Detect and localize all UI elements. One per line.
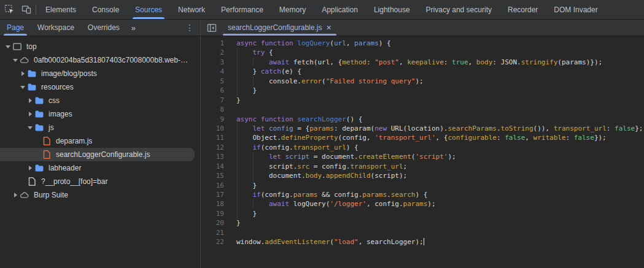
tab-performance[interactable]: Performance (213, 0, 271, 19)
device-toolbar-icon[interactable] (21, 4, 32, 15)
code-text[interactable]: try { (224, 48, 644, 57)
code-line[interactable]: 17 if(config.params && config.params.sea… (201, 190, 644, 199)
code-text[interactable]: let script = document.createElement('scr… (224, 152, 644, 161)
code-line[interactable]: 22window.addEventListener("load", search… (201, 237, 644, 247)
code-line[interactable]: 10 let config = {params: deparam(new URL… (201, 124, 644, 133)
code-line[interactable]: 13 let script = document.createElement('… (201, 152, 644, 161)
line-number[interactable]: 17 (201, 190, 224, 199)
tree-item-deparam-js[interactable]: deparam.js (0, 134, 200, 148)
navigator-tab-page[interactable]: Page (0, 20, 31, 36)
code-line[interactable]: 8 (201, 105, 644, 114)
line-number[interactable]: 16 (201, 181, 224, 190)
expand-arrow-icon[interactable] (14, 193, 17, 197)
line-number[interactable]: 21 (201, 228, 224, 237)
code-line[interactable]: 20} (201, 218, 644, 228)
code-line[interactable]: 5 console.error("Failed storing query"); (201, 77, 644, 86)
code-line[interactable]: 1async function logQuery(url, params) { (201, 39, 644, 48)
tab-sources[interactable]: Sources (127, 0, 170, 19)
line-number[interactable]: 10 (201, 124, 224, 133)
navigator-tab-overrides[interactable]: Overrides (81, 20, 126, 36)
code-text[interactable]: await logQuery('/logger', config.params)… (224, 199, 644, 209)
code-line[interactable]: 16 } (201, 181, 644, 190)
code-line[interactable]: 19 } (201, 209, 644, 218)
tree-item-css[interactable]: css (0, 94, 200, 107)
code-text[interactable]: let config = {params: deparam(new URL(lo… (224, 124, 644, 133)
code-text[interactable]: script.src = config.transport_url; (224, 162, 644, 171)
line-number[interactable]: 13 (201, 152, 224, 161)
tree-item-searchloggerconfigurable-js[interactable]: searchLoggerConfigurable.js (0, 148, 195, 161)
file-tab-searchLoggerConfigurable[interactable]: searchLoggerConfigurable.js × (222, 20, 338, 36)
tab-dom-invader[interactable]: DOM Invader (546, 0, 605, 19)
line-number[interactable]: 20 (201, 218, 224, 228)
collapse-arrow-icon[interactable] (6, 45, 10, 48)
code-line[interactable]: 9async function searchLogger() { (201, 115, 644, 124)
code-text[interactable]: async function searchLogger() { (224, 115, 644, 124)
line-number[interactable]: 22 (201, 237, 224, 247)
tree-item-0afb000204ba5d31807403c7008000b8-web-[interactable]: 0afb000204ba5d31807403c7008000b8.web-… (0, 53, 200, 67)
code-text[interactable]: window.addEventListener("load", searchLo… (224, 237, 644, 247)
tab-elements[interactable]: Elements (37, 0, 84, 19)
tab-lighthouse[interactable]: Lighthouse (366, 0, 418, 19)
line-number[interactable]: 2 (201, 48, 224, 57)
code-line[interactable]: 21 (201, 228, 644, 237)
tab-application[interactable]: Application (314, 0, 366, 19)
line-number[interactable]: 4 (201, 67, 224, 76)
tree-item-labheader[interactable]: labheader (0, 161, 200, 175)
close-tab-icon[interactable]: × (326, 23, 331, 32)
code-line[interactable]: 12 if(config.transport_url) { (201, 143, 644, 152)
code-text[interactable]: } (224, 86, 644, 95)
code-line[interactable]: 11 Object.defineProperty(config, 'transp… (201, 133, 644, 142)
code-line[interactable]: 7} (201, 96, 644, 105)
tab-privacy-and-security[interactable]: Privacy and security (418, 0, 500, 19)
code-line[interactable]: 18 await logQuery('/logger', config.para… (201, 199, 644, 209)
line-number[interactable]: 9 (201, 115, 224, 124)
code-text[interactable]: console.error("Failed storing query"); (224, 77, 644, 86)
tab-recorder[interactable]: Recorder (500, 0, 546, 19)
more-tabs-chevron-icon[interactable]: » (126, 20, 140, 36)
code-text[interactable]: if(config.params && config.params.search… (224, 190, 644, 199)
code-line[interactable]: 2 try { (201, 48, 644, 57)
line-number[interactable]: 7 (201, 96, 224, 105)
code-line[interactable]: 6 } (201, 86, 644, 95)
code-line[interactable]: 4 } catch(e) { (201, 67, 644, 76)
collapse-arrow-icon[interactable] (20, 86, 25, 89)
tab-network[interactable]: Network (170, 0, 213, 19)
code-text[interactable]: } (224, 181, 644, 190)
collapse-arrow-icon[interactable] (28, 126, 33, 129)
toggle-navigator-panel-icon[interactable] (201, 20, 222, 36)
line-number[interactable]: 15 (201, 171, 224, 180)
line-number[interactable]: 3 (201, 58, 224, 67)
tree-item-resources[interactable]: resources (0, 80, 200, 94)
code-editor[interactable]: 1async function logQuery(url, params) {2… (201, 36, 644, 268)
line-number[interactable]: 19 (201, 209, 224, 218)
code-text[interactable]: Object.defineProperty(config, 'transport… (224, 133, 644, 142)
tree-item-image-blog-posts[interactable]: image/blog/posts (0, 67, 200, 80)
line-number[interactable]: 14 (201, 162, 224, 171)
code-text[interactable]: } (224, 96, 644, 105)
tree-item-burp-suite[interactable]: Burp Suite (0, 188, 200, 202)
code-line[interactable]: 14 script.src = config.transport_url; (201, 162, 644, 171)
expand-arrow-icon[interactable] (29, 112, 32, 117)
tree-item--proto-foo-bar[interactable]: ?__proto__[foo]=bar (0, 175, 200, 188)
line-number[interactable]: 12 (201, 143, 224, 152)
expand-arrow-icon[interactable] (21, 71, 25, 76)
navigator-tab-workspace[interactable]: Workspace (31, 20, 81, 36)
code-text[interactable]: async function logQuery(url, params) { (224, 39, 644, 48)
tree-item-images[interactable]: images (0, 107, 200, 121)
line-number[interactable]: 1 (201, 39, 224, 48)
tab-console[interactable]: Console (84, 0, 127, 19)
code-text[interactable]: document.body.appendChild(script); (224, 171, 644, 180)
inspect-element-icon[interactable] (4, 4, 15, 15)
code-text[interactable]: } (224, 209, 644, 218)
code-text[interactable]: } (224, 218, 644, 228)
line-number[interactable]: 6 (201, 86, 224, 95)
line-number[interactable]: 18 (201, 199, 224, 209)
tree-item-top[interactable]: top (0, 40, 200, 53)
code-text[interactable]: await fetch(url, {method: "post", keepal… (224, 58, 644, 67)
code-text[interactable]: } catch(e) { (224, 67, 644, 76)
code-line[interactable]: 15 document.body.appendChild(script); (201, 171, 644, 180)
line-number[interactable]: 5 (201, 77, 224, 86)
tree-item-js[interactable]: js (0, 121, 200, 134)
code-text[interactable]: if(config.transport_url) { (224, 143, 644, 152)
code-text[interactable] (224, 105, 644, 114)
